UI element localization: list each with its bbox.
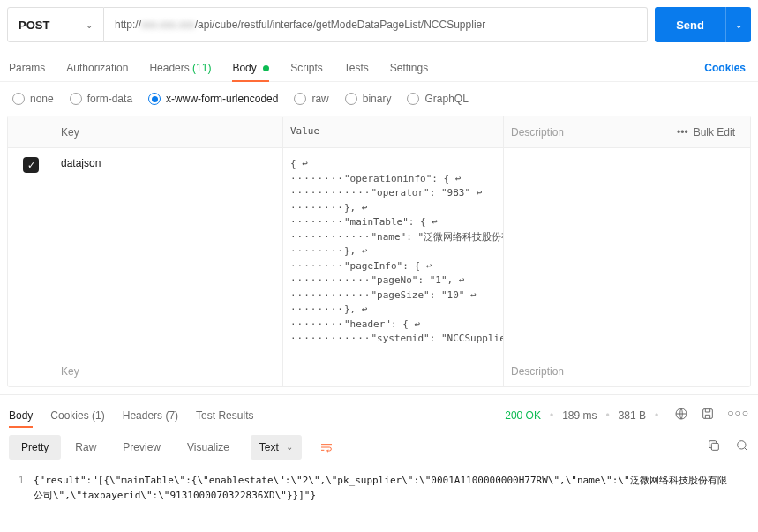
resp-tab-body[interactable]: Body: [9, 404, 33, 427]
tab-headers-count: (11): [192, 62, 211, 74]
cookies-link[interactable]: Cookies: [701, 55, 749, 81]
tab-tests[interactable]: Tests: [344, 55, 369, 81]
response-text[interactable]: {"result":"[{\"mainTable\":{\"enablestat…: [34, 473, 749, 504]
chevron-down-icon: ⌄: [86, 20, 93, 30]
url-blurred-host: xxx.xxx.xxx: [141, 19, 195, 31]
tab-body-label: Body: [232, 62, 256, 74]
response-body: 1 {"result":"[{\"mainTable\":{\"enablest…: [0, 468, 758, 521]
search-icon[interactable]: [735, 438, 749, 455]
separator: •: [605, 409, 609, 422]
response-time: 189 ms: [562, 409, 597, 422]
view-preview[interactable]: Preview: [110, 435, 173, 460]
view-raw[interactable]: Raw: [63, 435, 109, 460]
tab-params[interactable]: Params: [9, 55, 45, 81]
radio-circle-icon: [12, 93, 25, 105]
radio-none[interactable]: none: [12, 93, 54, 105]
svg-point-3: [738, 441, 746, 449]
resp-tab-cookies-label: Cookies: [50, 409, 88, 422]
more-icon[interactable]: ○○○: [727, 407, 749, 423]
radio-raw-label: raw: [311, 93, 328, 105]
bulk-edit-label: Bulk Edit: [694, 126, 735, 139]
radio-binary-label: binary: [363, 93, 392, 105]
col-desc-header: Description: [504, 117, 662, 147]
line-number: 1: [9, 473, 34, 504]
col-key-header: Key: [54, 117, 283, 147]
more-icon: •••: [677, 126, 688, 139]
resp-tab-test-results[interactable]: Test Results: [196, 404, 253, 427]
save-response-icon[interactable]: [701, 407, 715, 423]
kv-row-empty: Key Description: [8, 356, 750, 386]
radio-circle-icon: [294, 93, 306, 105]
view-visualize[interactable]: Visualize: [175, 435, 242, 460]
resp-tab-cookies-count: (1): [92, 409, 105, 422]
radio-xwww-label: x-www-form-urlencoded: [166, 93, 278, 105]
radio-graphql[interactable]: GraphQL: [407, 93, 468, 105]
resp-tab-headers-label: Headers: [123, 409, 162, 422]
resp-tab-headers[interactable]: Headers (7): [123, 404, 178, 427]
radio-x-www-form-urlencoded[interactable]: x-www-form-urlencoded: [148, 93, 278, 105]
radio-circle-icon: [345, 93, 357, 105]
radio-formdata-label: form-data: [87, 93, 132, 105]
modified-dot-icon: [263, 65, 269, 71]
tab-headers[interactable]: Headers (11): [149, 55, 211, 81]
url-path: /api/cube/restful/interface/getModeDataP…: [195, 19, 486, 31]
status-code: 200 OK: [505, 409, 541, 422]
copy-icon[interactable]: [707, 438, 721, 455]
tab-authorization[interactable]: Authorization: [66, 55, 128, 81]
svg-rect-1: [703, 409, 713, 419]
radio-circle-icon: [70, 93, 82, 105]
kv-table: Key Value Description ••• Bulk Edit ✓ da…: [7, 116, 751, 387]
view-pretty[interactable]: Pretty: [9, 435, 61, 460]
separator: •: [655, 409, 658, 422]
tab-scripts[interactable]: Scripts: [290, 55, 323, 81]
globe-icon[interactable]: [674, 407, 688, 423]
bulk-edit-button[interactable]: ••• Bulk Edit: [662, 126, 750, 139]
send-button[interactable]: Send: [655, 7, 725, 42]
radio-circle-icon: [148, 93, 161, 105]
method-label: POST: [19, 19, 86, 32]
url-prefix: http://: [115, 19, 141, 31]
radio-raw[interactable]: raw: [294, 93, 328, 105]
resp-tab-headers-count: (7): [165, 409, 178, 422]
type-label: Text: [259, 441, 279, 453]
url-input[interactable]: http:// xxx.xxx.xxx /api/cube/restful/in…: [104, 7, 648, 42]
radio-graphql-label: GraphQL: [424, 93, 468, 105]
radio-circle-icon: [407, 93, 419, 105]
desc-input-placeholder[interactable]: Description: [504, 356, 750, 386]
value-input[interactable]: { ↩········"operationinfo": { ↩·········…: [283, 148, 504, 356]
col-value-header: Value: [283, 116, 504, 148]
resp-tab-cookies[interactable]: Cookies (1): [50, 404, 104, 427]
chevron-down-icon: ⌄: [286, 442, 293, 452]
wrap-line-button[interactable]: [311, 434, 342, 461]
key-input[interactable]: datajson: [54, 148, 283, 356]
radio-form-data[interactable]: form-data: [70, 93, 132, 105]
kv-header-row: Key Value Description ••• Bulk Edit: [8, 116, 750, 148]
tab-headers-label: Headers: [149, 62, 189, 74]
kv-row: ✓ datajson { ↩········"operationinfo": {…: [8, 148, 750, 356]
row-checkbox[interactable]: ✓: [23, 157, 39, 173]
svg-rect-2: [711, 443, 718, 450]
key-input-placeholder[interactable]: Key: [54, 356, 283, 386]
response-type-select[interactable]: Text ⌄: [251, 435, 302, 460]
tab-body[interactable]: Body: [232, 55, 269, 81]
radio-none-label: none: [30, 93, 54, 105]
tab-settings[interactable]: Settings: [390, 55, 428, 81]
radio-binary[interactable]: binary: [345, 93, 392, 105]
response-size: 381 B: [619, 409, 646, 422]
send-dropdown[interactable]: ⌄: [725, 7, 751, 42]
separator: •: [550, 409, 553, 422]
method-select[interactable]: POST ⌄: [7, 7, 104, 42]
